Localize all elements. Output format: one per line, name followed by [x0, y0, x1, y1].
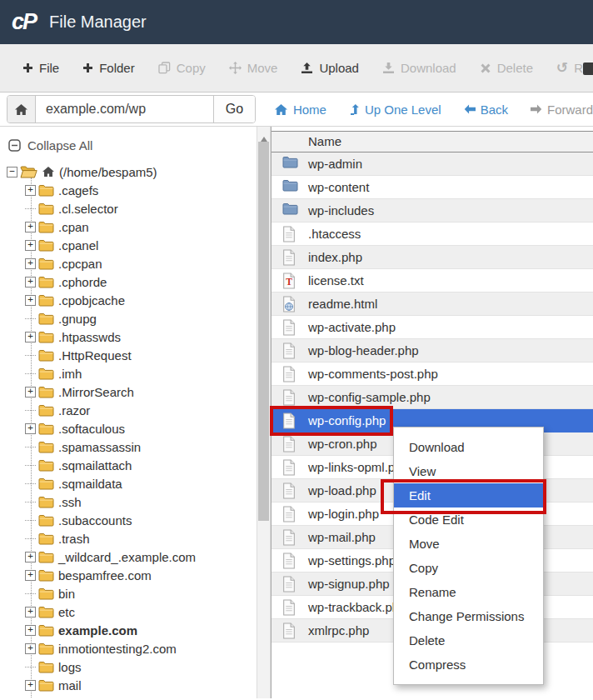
tree-item[interactable]: + etc — [0, 602, 257, 621]
expand-plus-icon[interactable]: + — [25, 295, 36, 306]
file-list-header-name[interactable]: Name — [272, 131, 593, 152]
tree-item[interactable]: + .softaculous — [0, 419, 257, 438]
expand-plus-icon[interactable]: + — [25, 332, 36, 342]
tree-branch-stub[interactable] — [25, 373, 36, 374]
tree-branch-stub[interactable] — [25, 502, 36, 502]
expand-plus-icon[interactable]: + — [25, 570, 36, 581]
toolbar-button[interactable]: Delete — [468, 44, 545, 92]
tree-item[interactable]: + .cagefs — [0, 181, 257, 199]
toolbar-button[interactable]: Move — [217, 44, 290, 92]
file-row[interactable]: wp-blog-header.php — [272, 339, 593, 362]
tree-item[interactable]: + .cphorde — [0, 272, 257, 291]
path-input[interactable] — [36, 96, 213, 122]
expand-plus-icon[interactable]: + — [25, 625, 36, 636]
tree-branch-stub[interactable] — [25, 593, 36, 594]
file-row[interactable]: readme.html — [272, 292, 593, 316]
toolbar-button[interactable]: Download — [371, 44, 468, 92]
tree-item[interactable]: .gnupg — [0, 309, 257, 328]
tree-item[interactable]: .sqmaildata — [0, 474, 257, 492]
scrollbar-thumb[interactable] — [258, 142, 269, 521]
tree-item[interactable]: .subaccounts — [0, 511, 257, 529]
expand-plus-icon[interactable]: + — [25, 240, 36, 251]
tree-item[interactable]: + .cpanel — [0, 236, 257, 254]
context-menu-item[interactable]: Rename — [394, 580, 543, 604]
expand-plus-icon[interactable]: + — [25, 387, 36, 398]
context-menu-item[interactable]: View — [394, 459, 543, 483]
file-row[interactable]: wp-config-sample.php — [272, 386, 593, 409]
tree-branch-stub[interactable] — [25, 465, 36, 466]
go-button[interactable]: Go — [213, 96, 255, 122]
tree-item[interactable]: .ssh — [0, 492, 257, 511]
tree-item[interactable]: .HttpRequest — [0, 346, 257, 364]
tree-item[interactable]: .imh — [0, 364, 257, 382]
context-menu-item[interactable]: Download — [394, 435, 543, 459]
context-menu-item[interactable]: Delete — [394, 628, 543, 652]
tree-item[interactable]: logs — [0, 658, 257, 676]
tree-branch-stub[interactable] — [25, 447, 36, 448]
nav-link[interactable]: Back — [464, 102, 508, 117]
expand-plus-icon[interactable]: + — [25, 222, 36, 232]
context-menu-item[interactable]: Edit — [394, 483, 543, 508]
toolbar-button[interactable]: Folder — [71, 44, 147, 92]
tree-item[interactable]: .trash — [0, 529, 257, 548]
tree-item[interactable]: + inmotiontesting2.com — [0, 639, 257, 658]
file-row[interactable]: wp-activate.php — [272, 316, 593, 339]
nav-link[interactable]: Home — [274, 102, 326, 117]
tree-item[interactable]: + _wildcard_.example.com — [0, 548, 257, 566]
file-row[interactable]: wp-comments-post.php — [272, 362, 593, 386]
collapse-expander-icon[interactable]: − — [7, 167, 17, 178]
tree-item[interactable]: + bespamfree.com — [0, 566, 257, 584]
file-icon — [282, 389, 296, 406]
tree-item[interactable]: .spamassassin — [0, 438, 257, 456]
tree-branch-stub[interactable] — [25, 410, 36, 411]
context-menu-item[interactable]: Compress — [394, 652, 543, 677]
tree-item[interactable]: + .htpasswds — [0, 328, 257, 346]
expand-plus-icon[interactable]: + — [25, 258, 36, 269]
toolbar-button[interactable]: File — [11, 44, 71, 92]
tree-item[interactable]: bin — [0, 584, 257, 602]
tree-branch-stub[interactable] — [25, 483, 36, 484]
context-menu-item[interactable]: Code Edit — [394, 508, 543, 532]
tree-item[interactable]: .sqmailattach — [0, 456, 257, 474]
context-menu-item[interactable]: Move — [394, 532, 543, 556]
expand-plus-icon[interactable]: + — [25, 423, 36, 434]
tree-item[interactable]: + .cpcpan — [0, 254, 257, 272]
file-row[interactable]: wp-content — [272, 176, 593, 199]
tree-item[interactable]: + .cpobjcache — [0, 291, 257, 309]
tree-item[interactable]: .razor — [0, 401, 257, 419]
expand-plus-icon[interactable]: + — [25, 643, 36, 654]
tree-branch-stub[interactable] — [25, 355, 36, 356]
file-row[interactable]: index.php — [272, 246, 593, 269]
nav-link[interactable]: Forward — [531, 102, 593, 117]
file-row[interactable]: wp-admin — [272, 152, 593, 176]
tree-item[interactable]: + .MirrorSearch — [0, 382, 257, 401]
context-menu-item[interactable]: Change Permissions — [394, 604, 543, 628]
tree-scrollbar[interactable] — [257, 127, 271, 698]
expand-plus-icon[interactable]: + — [25, 607, 36, 618]
nav-link[interactable]: Up One Level — [349, 102, 441, 117]
tree-branch-stub[interactable] — [25, 520, 36, 521]
tree-branch-stub[interactable] — [25, 318, 36, 319]
tree-item[interactable]: + mail — [0, 676, 257, 694]
expand-plus-icon[interactable]: + — [25, 277, 36, 288]
collapse-all-button[interactable]: Collapse All — [0, 127, 257, 161]
tree-item[interactable]: + example.com — [0, 621, 257, 639]
tree-branch-stub[interactable] — [25, 667, 36, 668]
expand-plus-icon[interactable]: + — [25, 552, 36, 562]
file-row[interactable]: .htaccess — [272, 222, 593, 246]
tree-branch-stub[interactable] — [25, 538, 36, 539]
file-row[interactable]: wp-includes — [272, 199, 593, 222]
file-row[interactable]: T license.txt — [272, 269, 593, 292]
scrollbar-up-arrow-icon[interactable] — [257, 130, 270, 142]
tree-item[interactable]: + .cpan — [0, 218, 257, 236]
tree-item[interactable]: .cl.selector — [0, 199, 257, 218]
tree-branch-stub[interactable] — [25, 208, 36, 209]
file-name: wp-admin — [308, 157, 362, 171]
toolbar-button[interactable]: Upload — [289, 44, 371, 92]
expand-plus-icon[interactable]: + — [25, 185, 36, 196]
expand-plus-icon[interactable]: + — [25, 680, 36, 691]
context-menu-item[interactable]: Copy — [394, 556, 543, 580]
tree-root-item[interactable]: − (/home/bespam5) — [0, 162, 257, 181]
toolbar-button[interactable]: Copy — [147, 44, 217, 92]
home-icon[interactable] — [7, 96, 36, 122]
